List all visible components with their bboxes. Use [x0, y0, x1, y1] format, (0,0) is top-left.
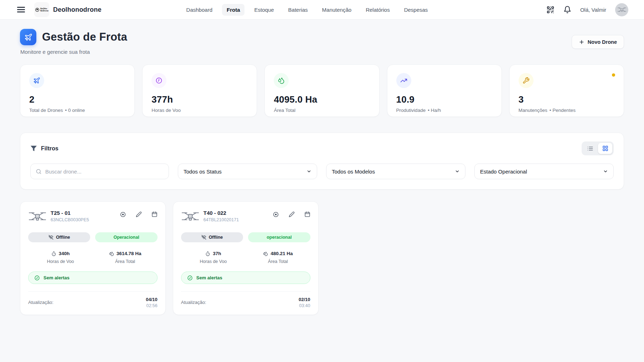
divider	[28, 291, 158, 292]
flight-hours-label: Horas de Voo	[28, 259, 93, 264]
flight-hours-value: 340h	[59, 251, 70, 256]
connection-status-badge: Offline	[28, 232, 90, 242]
area-value: 480.21 Ha	[271, 251, 293, 256]
updated-time: 02:56	[146, 303, 158, 308]
stat-card-total-drones: 2 Total de Drones• 0 online	[20, 64, 135, 117]
drone-photo	[28, 209, 47, 223]
stat-label: Horas de Voo	[151, 108, 181, 113]
flight-hours-value: 37h	[213, 251, 221, 256]
droplets-icon	[274, 73, 289, 88]
search-input[interactable]	[45, 169, 164, 175]
grid-view-button[interactable]	[598, 143, 612, 154]
page-header: Gestão de Frota Monitore e gerencie sua …	[20, 29, 624, 55]
timer-icon	[205, 251, 210, 256]
status-filter-select[interactable]: Todos os Status	[178, 164, 317, 179]
divider	[181, 291, 310, 292]
updated-label: Atualização:	[181, 300, 206, 305]
stat-value: 2	[29, 94, 125, 105]
operational-status-badge: operacional	[248, 232, 310, 242]
updated-date: 04/10	[146, 297, 158, 302]
connection-status-badge: Offline	[181, 232, 243, 242]
stat-card-productivity: 10.9 Produtividade• Ha/h	[387, 64, 502, 117]
updated-date: 02/10	[299, 297, 310, 302]
drone-serial: 64TBL210020171	[203, 217, 239, 222]
stat-value: 4095.0 Ha	[274, 94, 370, 105]
nav-item-dashboard[interactable]: Dashboard	[182, 4, 217, 16]
droplet-icon	[109, 251, 114, 256]
wrench-icon	[519, 73, 534, 88]
stat-sublabel: • 0 online	[65, 108, 85, 113]
operational-state-filter-select[interactable]: Estado Operacional	[474, 164, 614, 179]
stat-card-maintenance: 3 Manutenções• Pendentes	[509, 64, 624, 117]
bell-icon[interactable]	[563, 6, 571, 14]
clock-icon	[151, 73, 166, 88]
stat-value: 377h	[151, 94, 248, 105]
schedule-drone-icon[interactable]	[151, 211, 158, 218]
wifi-off-icon	[48, 235, 53, 240]
filters-panel: Filtros Todos os Status Todos os Modelos	[20, 133, 624, 190]
filters-title: Filtros	[41, 145, 58, 152]
top-navigation-bar: DeOlhoNoDrone Deolhonodrone Dashboard Fr…	[0, 0, 644, 20]
drone-name: T25 - 01	[51, 210, 89, 216]
alerts-status-pill: Sem alertas	[181, 272, 310, 284]
updated-time: 03:40	[299, 303, 310, 308]
stat-label: Total de Drones	[29, 108, 63, 113]
model-filter-select[interactable]: Todos os Modelos	[326, 164, 465, 179]
user-greeting: Olá, Valmir	[580, 7, 606, 13]
pending-notification-dot	[612, 73, 615, 77]
list-view-button[interactable]	[583, 143, 597, 154]
edit-drone-icon[interactable]	[289, 211, 295, 218]
stat-value: 3	[519, 94, 615, 105]
area-label: Área Total	[246, 259, 310, 264]
drone-card: T25 - 01 63NCLCB0030PE5 Offline Operacio…	[20, 201, 166, 315]
stat-label: Manutenções	[519, 108, 547, 113]
fleet-plane-icon	[20, 29, 36, 45]
stat-value: 10.9	[396, 94, 493, 105]
nav-item-relatorios[interactable]: Relatórios	[361, 4, 395, 16]
view-drone-icon[interactable]	[120, 211, 126, 218]
avatar-drone-image	[617, 6, 627, 13]
area-value: 3614.78 Ha	[117, 251, 141, 256]
app-logo[interactable]: DeOlhoNoDrone	[34, 2, 49, 17]
chevron-down-icon	[306, 169, 311, 174]
grid-icon	[602, 145, 608, 151]
view-toggle	[582, 141, 614, 155]
nav-item-baterias[interactable]: Baterias	[284, 4, 313, 16]
logo-text: DeOlhoNoDrone	[40, 7, 48, 12]
search-icon	[36, 169, 42, 175]
edit-drone-icon[interactable]	[136, 211, 142, 218]
page-subtitle: Monitore e gerencie sua frota	[20, 49, 127, 55]
filter-funnel-icon	[30, 145, 37, 152]
view-drone-icon[interactable]	[273, 211, 279, 218]
drone-card-grid: T25 - 01 63NCLCB0030PE5 Offline Operacio…	[20, 201, 624, 315]
drone-card: T40 - 022 64TBL210020171 Offline operaci…	[173, 201, 319, 315]
stat-label: Produtividade	[396, 108, 426, 113]
chevron-down-icon	[603, 169, 608, 174]
trending-up-icon	[396, 73, 411, 88]
logo-spiral-icon	[35, 7, 40, 12]
qr-scan-icon[interactable]	[546, 6, 555, 14]
new-drone-button[interactable]: Novo Drone	[572, 35, 624, 49]
main-content: Gestão de Frota Monitore e gerencie sua …	[0, 20, 644, 315]
plane-icon	[29, 73, 44, 88]
nav-item-estoque[interactable]: Estoque	[249, 4, 278, 16]
nav-item-frota[interactable]: Frota	[222, 4, 245, 16]
nav-item-manutencao[interactable]: Manutenção	[318, 4, 356, 16]
stats-row: 2 Total de Drones• 0 online 377h Horas d…	[20, 64, 624, 117]
wifi-off-icon	[201, 235, 206, 240]
avatar[interactable]	[615, 3, 628, 16]
stat-card-total-area: 4095.0 Ha Área Total	[264, 64, 379, 117]
nav-item-despesas[interactable]: Despesas	[400, 4, 433, 16]
search-drone-field[interactable]	[30, 164, 169, 179]
area-label: Área Total	[93, 259, 157, 264]
alerts-status-pill: Sem alertas	[28, 272, 158, 284]
drone-name: T40 - 022	[203, 210, 239, 216]
stat-card-flight-hours: 377h Horas de Voo	[142, 64, 257, 117]
page-title: Gestão de Frota	[42, 31, 127, 43]
updated-label: Atualização:	[28, 300, 53, 305]
plus-icon	[579, 39, 584, 45]
schedule-drone-icon[interactable]	[304, 211, 310, 218]
main-nav: Dashboard Frota Estoque Baterias Manuten…	[182, 4, 433, 16]
menu-icon[interactable]	[16, 4, 26, 15]
operational-status-badge: Operacional	[95, 232, 157, 242]
